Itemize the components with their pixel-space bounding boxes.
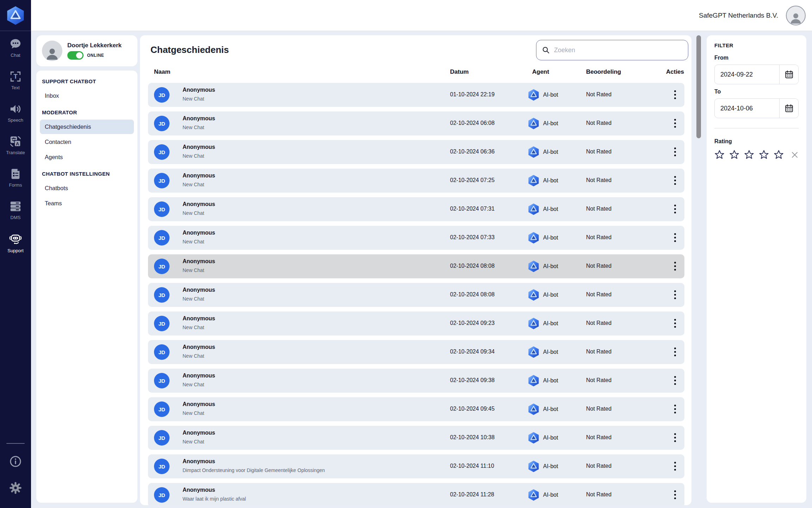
ai-bot-icon [527, 403, 540, 416]
nav-item-inbox[interactable]: Inbox [40, 89, 134, 103]
filter-title: FILTER [714, 42, 799, 48]
ai-bot-icon [527, 117, 540, 130]
agent-name: AI-bot [543, 320, 558, 327]
settings-button[interactable] [9, 481, 22, 496]
table-row[interactable]: JD Anonymous New Chat 02-10-2024 09:38 A… [148, 369, 684, 393]
row-actions-menu[interactable] [673, 176, 677, 185]
search-input[interactable] [554, 47, 688, 54]
ai-bot-icon [527, 317, 540, 330]
filter-rating-label: Rating [714, 138, 799, 145]
row-subtitle: New Chat [183, 325, 204, 330]
row-actions-menu[interactable] [673, 319, 677, 328]
table-row[interactable]: JD Anonymous New Chat 01-10-2024 22:19 A… [148, 83, 684, 107]
row-name: Anonymous [183, 201, 215, 207]
date-to-input[interactable] [715, 105, 779, 112]
sidebar-item-speech[interactable]: Speech [8, 103, 23, 123]
row-actions-menu[interactable] [673, 490, 677, 499]
row-avatar: JD [154, 259, 170, 274]
table-row[interactable]: JD Anonymous New Chat 02-10-2024 08:08 A… [148, 254, 684, 278]
agent-name: AI-bot [543, 349, 558, 355]
online-toggle[interactable] [67, 51, 84, 60]
row-rating: Not Rated [586, 263, 611, 269]
nav-item-chatbots[interactable]: Chatbots [40, 181, 134, 195]
row-agent: AI-bot [527, 374, 558, 387]
star-icon[interactable] [744, 150, 754, 160]
row-actions-menu[interactable] [673, 347, 677, 356]
ai-bot-icon [527, 374, 540, 387]
table-row[interactable]: JD Anonymous New Chat 02-10-2024 09:34 A… [148, 340, 684, 364]
table-row[interactable]: JD Anonymous New Chat 02-10-2024 08:08 A… [148, 283, 684, 307]
nav-item-contacten[interactable]: Contacten [40, 135, 134, 149]
row-subtitle: New Chat [183, 210, 204, 216]
row-actions-menu[interactable] [673, 90, 677, 99]
row-actions-menu[interactable] [673, 462, 677, 471]
row-actions-menu[interactable] [673, 262, 677, 271]
table-row[interactable]: JD Anonymous New Chat 02-10-2024 06:08 A… [148, 111, 684, 135]
table-row[interactable]: JD Anonymous Waar laat ik mijn plastic a… [148, 483, 684, 505]
row-datetime: 02-10-2024 08:08 [450, 263, 494, 269]
info-icon [9, 455, 22, 468]
star-icon[interactable] [714, 150, 725, 160]
row-rating: Not Rated [586, 234, 611, 241]
sidebar-item-label: Support [7, 248, 24, 253]
sidebar-item-chat[interactable]: Chat [9, 38, 22, 58]
row-rating: Not Rated [586, 377, 611, 383]
status-label: ONLINE [87, 53, 104, 58]
row-actions-menu[interactable] [673, 205, 677, 213]
row-subtitle: Dimpact Ondersteuning voor Digitale Geme… [183, 467, 325, 473]
user-avatar[interactable] [786, 6, 806, 25]
column-header-datum: Datum [450, 68, 469, 75]
info-button[interactable] [9, 455, 22, 469]
table-row[interactable]: JD Anonymous New Chat 02-10-2024 07:25 A… [148, 169, 684, 193]
nav-item-chatgeschiedenis[interactable]: Chatgeschiedenis [40, 120, 134, 134]
row-actions-menu[interactable] [673, 433, 677, 442]
row-avatar: JD [154, 287, 170, 303]
table-scrollbar[interactable] [696, 35, 701, 138]
app-window: Chat T Text Speech A Translate Forms DMS… [0, 0, 812, 508]
nav-item-teams[interactable]: Teams [40, 196, 134, 211]
date-from-input[interactable] [715, 71, 779, 78]
moderator-name: Doortje Lekkerkerk [67, 42, 122, 49]
clear-rating-icon[interactable] [791, 151, 799, 159]
row-subtitle: New Chat [183, 153, 204, 159]
row-actions-menu[interactable] [673, 233, 677, 242]
row-name: Anonymous [183, 115, 215, 122]
star-icon[interactable] [729, 150, 739, 160]
sidebar-item-support[interactable]: Support [7, 233, 24, 253]
app-logo[interactable] [0, 0, 31, 31]
forms-icon [9, 168, 22, 180]
star-icon[interactable] [759, 150, 769, 160]
sidebar-item-translate[interactable]: A Translate [6, 135, 25, 155]
row-actions-menu[interactable] [673, 119, 677, 128]
table-row[interactable]: JD Anonymous New Chat 02-10-2024 07:33 A… [148, 226, 684, 250]
sidebar-divider [6, 443, 25, 444]
row-subtitle: New Chat [183, 267, 204, 273]
table-row[interactable]: JD Anonymous New Chat 02-10-2024 07:31 A… [148, 197, 684, 221]
row-agent: AI-bot [527, 260, 558, 273]
row-actions-menu[interactable] [673, 376, 677, 385]
table-row[interactable]: JD Anonymous Dimpact Ondersteuning voor … [148, 454, 684, 478]
ai-bot-icon [527, 431, 540, 444]
row-actions-menu[interactable] [673, 405, 677, 413]
table-row[interactable]: JD Anonymous New Chat 02-10-2024 09:23 A… [148, 312, 684, 335]
sidebar-item-dms[interactable]: DMS [9, 200, 22, 220]
ai-bot-icon [527, 174, 540, 187]
nav-item-agents[interactable]: Agents [40, 150, 134, 164]
agent-name: AI-bot [543, 206, 558, 212]
row-actions-menu[interactable] [673, 147, 677, 156]
row-agent: AI-bot [527, 231, 558, 244]
row-name: Anonymous [183, 401, 215, 407]
row-actions-menu[interactable] [673, 290, 677, 299]
table-row[interactable]: JD Anonymous New Chat 02-10-2024 09:45 A… [148, 397, 684, 421]
sidebar-item-forms[interactable]: Forms [9, 168, 22, 188]
ai-bot-icon [527, 146, 540, 158]
table-row[interactable]: JD Anonymous New Chat 02-10-2024 06:36 A… [148, 140, 684, 164]
date-to-calendar-button[interactable] [779, 99, 798, 118]
date-from-calendar-button[interactable] [779, 65, 798, 84]
row-avatar: JD [154, 373, 170, 388]
row-name: Anonymous [183, 87, 215, 93]
table-row[interactable]: JD Anonymous New Chat 02-10-2024 10:38 A… [148, 426, 684, 450]
search-box [536, 40, 688, 60]
star-icon[interactable] [774, 150, 784, 160]
sidebar-item-text[interactable]: T Text [9, 71, 22, 90]
